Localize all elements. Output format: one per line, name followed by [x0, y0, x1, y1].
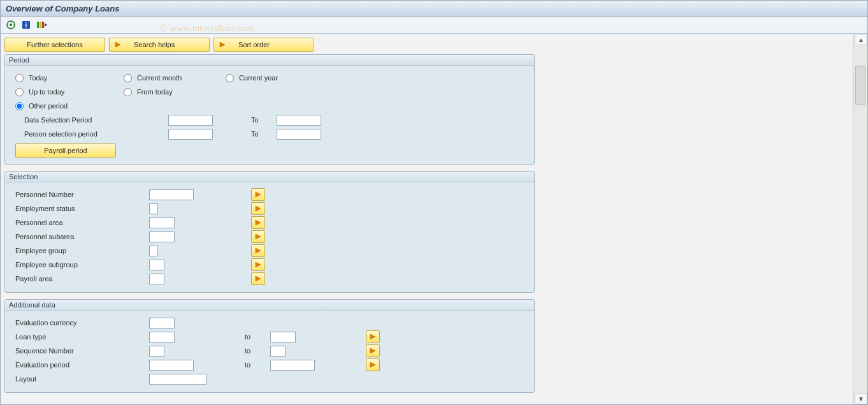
field-label: Person selection period: [15, 130, 143, 138]
svg-point-1: [10, 24, 12, 26]
loan-type-to-input[interactable]: [270, 332, 296, 342]
arrow-right-icon: [218, 40, 227, 49]
search-helps-button[interactable]: Search helps: [109, 38, 210, 52]
evaluation-period-to-input[interactable]: [270, 360, 315, 371]
radio-label: From today: [137, 88, 173, 96]
further-selections-button[interactable]: Further selections: [4, 38, 105, 52]
person-selection-to-input[interactable]: [277, 129, 321, 140]
to-label: to: [245, 347, 270, 355]
employee-subgroup-multi-button[interactable]: [251, 258, 265, 271]
to-label: To: [251, 116, 277, 124]
employment-status-input[interactable]: [149, 203, 158, 214]
sequence-number-to-input[interactable]: [270, 346, 286, 357]
employment-status-multi-button[interactable]: [251, 202, 265, 215]
data-selection-from-input[interactable]: [168, 115, 213, 126]
variant-icon[interactable]: [36, 20, 47, 30]
current-month-radio[interactable]: [124, 74, 132, 82]
content-area: Further selections Search helps Sort ord…: [1, 34, 853, 404]
to-label: To: [251, 130, 277, 138]
radio-label: Current month: [137, 74, 182, 82]
personnel-area-input[interactable]: [149, 217, 175, 228]
employee-subgroup-input[interactable]: [149, 260, 164, 270]
field-label: Personnel area: [15, 219, 149, 226]
field-label: Evaluation period: [15, 361, 149, 369]
radio-label: Current year: [239, 74, 278, 82]
sort-order-button[interactable]: Sort order: [213, 38, 314, 52]
svg-text:i: i: [25, 22, 27, 29]
vertical-scrollbar[interactable]: ▲ ▼: [853, 34, 867, 404]
scroll-up-icon[interactable]: ▲: [855, 34, 867, 45]
today-radio[interactable]: [15, 74, 24, 82]
field-label: Employment status: [15, 205, 149, 212]
button-label: Sort order: [238, 41, 270, 48]
employee-group-input[interactable]: [149, 246, 158, 256]
button-label: Search helps: [134, 41, 175, 48]
layout-input[interactable]: [149, 374, 206, 385]
group-legend: Additional data: [5, 300, 534, 311]
personnel-subarea-multi-button[interactable]: [251, 230, 265, 243]
to-label: to: [245, 333, 270, 341]
personnel-number-input[interactable]: [149, 189, 194, 200]
payroll-period-button[interactable]: Payroll period: [15, 144, 116, 158]
field-label: Employee subgroup: [15, 261, 149, 269]
data-selection-to-input[interactable]: [277, 115, 321, 126]
sequence-number-from-input[interactable]: [149, 346, 164, 357]
evaluation-period-multi-button[interactable]: [366, 358, 380, 371]
personnel-number-multi-button[interactable]: [251, 188, 265, 201]
loan-type-multi-button[interactable]: [366, 330, 380, 343]
field-label: Personnel subarea: [15, 233, 149, 240]
other-period-radio[interactable]: [15, 102, 24, 110]
app-toolbar: i: [1, 17, 867, 34]
from-today-radio[interactable]: [124, 88, 132, 96]
field-label: Personnel Number: [15, 191, 149, 198]
field-label: Sequence Number: [15, 347, 149, 355]
sequence-number-multi-button[interactable]: [366, 344, 380, 357]
field-label: Loan type: [15, 333, 149, 341]
scroll-down-icon[interactable]: ▼: [855, 393, 867, 404]
field-label: Evaluation currency: [15, 319, 149, 327]
employee-group-multi-button[interactable]: [251, 244, 265, 257]
svg-rect-9: [40, 22, 41, 28]
group-legend: Selection: [5, 172, 534, 182]
svg-rect-10: [42, 22, 44, 28]
radio-label: Other period: [29, 102, 68, 110]
info-icon[interactable]: i: [21, 20, 31, 30]
field-label: Payroll area: [15, 275, 149, 283]
group-legend: Period: [5, 55, 534, 66]
page-title: Overview of Company Loans: [6, 4, 119, 13]
field-label: Layout: [15, 375, 149, 383]
selection-group: Selection Personnel Number Employment st…: [4, 171, 535, 293]
period-group: Period Today Current month Current year: [4, 54, 535, 165]
svg-rect-8: [37, 22, 39, 28]
scroll-thumb[interactable]: [855, 66, 865, 105]
evaluation-period-from-input[interactable]: [149, 360, 194, 371]
personnel-subarea-input[interactable]: [149, 232, 175, 242]
field-label: Data Selection Period: [15, 116, 143, 124]
app-window: Overview of Company Loans i © www.tutori…: [0, 0, 868, 405]
title-bar: Overview of Company Loans: [1, 1, 867, 17]
evaluation-currency-input[interactable]: [149, 318, 175, 328]
person-selection-from-input[interactable]: [168, 129, 213, 140]
current-year-radio[interactable]: [226, 74, 234, 82]
radio-label: Today: [29, 74, 47, 82]
button-label: Further selections: [27, 41, 82, 48]
payroll-area-input[interactable]: [149, 274, 164, 284]
additional-data-group: Additional data Evaluation currency Loan…: [4, 299, 535, 393]
radio-label: Up to today: [29, 88, 64, 96]
execute-icon[interactable]: [6, 20, 16, 30]
loan-type-from-input[interactable]: [149, 332, 175, 342]
up-to-today-radio[interactable]: [15, 88, 24, 96]
personnel-area-multi-button[interactable]: [251, 216, 265, 229]
arrow-right-icon: [113, 40, 122, 49]
to-label: to: [245, 361, 270, 369]
payroll-area-multi-button[interactable]: [251, 272, 265, 285]
field-label: Employee group: [15, 247, 149, 254]
action-button-row: Further selections Search helps Sort ord…: [4, 38, 850, 52]
button-label: Payroll period: [44, 147, 87, 154]
